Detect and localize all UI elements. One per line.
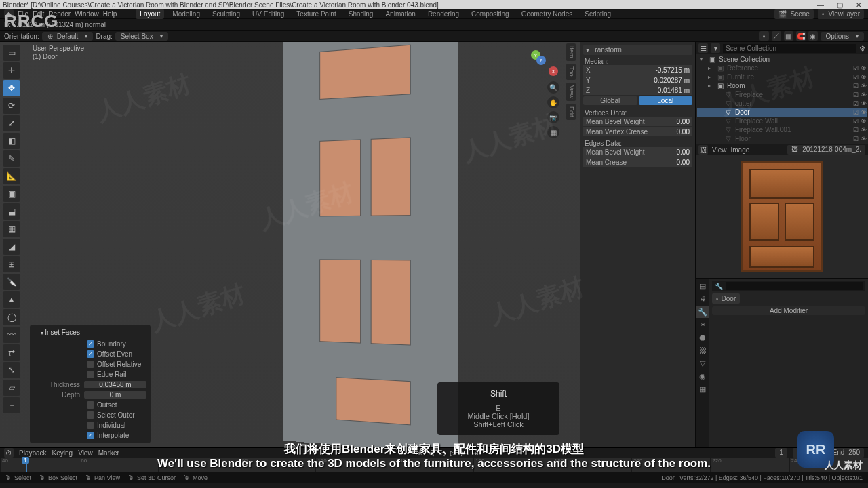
tree-item-furniture[interactable]: ▸▣Furniture☑👁 [697,73,867,81]
tool-extrude[interactable]: ⬓ [3,203,20,220]
timeline-icon[interactable]: ⏱ [4,448,14,458]
minimize-button[interactable]: — [814,1,827,9]
drag-select[interactable]: Select Box [115,32,168,41]
tab-scripting[interactable]: Scripting [580,9,615,19]
tree-item-floor[interactable]: ▽Floor☑👁 [697,134,867,143]
tree-item-reference[interactable]: ▸▣Reference☑👁 [697,64,867,73]
gizmo-x[interactable]: X [549,66,558,76]
image-view[interactable] [696,155,868,278]
ptab-modifier[interactable]: 🔧 [696,306,709,318]
tab-rendering[interactable]: Rendering [424,9,463,19]
tool-spin[interactable]: ◯ [3,309,20,325]
operator-title[interactable]: Inset Faces [34,327,146,339]
ptab-physics[interactable]: ⬣ [696,331,709,344]
op-offset-relative[interactable]: Offset Relative [34,359,146,369]
image-editor-icon[interactable]: 🖼 [698,145,708,155]
tool-select[interactable]: ▭ [3,45,20,61]
img-menu-view[interactable]: View [712,146,727,154]
op-offset-even[interactable]: ✓Offset Even [34,349,146,359]
close-button[interactable]: ✕ [852,1,865,9]
mean-bevel-weight[interactable]: Mean Bevel Weight0.00 [583,117,692,126]
options-menu[interactable]: Options [821,32,864,41]
viewlayer-selector[interactable]: ▫ ViewLayer [818,9,864,19]
tree-item-door[interactable]: ▽Door☑👁 [697,108,867,117]
tool-transform[interactable]: ◧ [3,133,20,149]
playhead[interactable] [26,458,27,472]
add-modifier-button[interactable]: Add Modifier [712,306,865,315]
mean-vertex-crease[interactable]: Mean Vertex Crease0.00 [583,127,692,136]
outliner-mode-icon[interactable]: ☰ [698,43,708,53]
tool-knife[interactable]: 🔪 [3,274,20,290]
tool-scale[interactable]: ⤢ [3,115,20,131]
nav-gizmo[interactable]: X Y Z [531,49,559,77]
operator-panel[interactable]: Inset Faces ✓Boundary ✓Offset Even Offse… [30,325,151,443]
npanel-tab-tool[interactable]: Tool [566,64,576,81]
camera-icon[interactable]: 📷 [547,111,559,123]
tool-add-cube[interactable]: ▣ [3,186,20,202]
tree-item-room[interactable]: ▸▣Room☑👁 [697,81,867,90]
select-mode-vertex[interactable]: ▪ [760,31,769,41]
orientation-select[interactable]: ⊕ Default [42,32,94,41]
tl-playback[interactable]: Playback [19,449,47,457]
op-outset[interactable]: Outset [34,400,146,410]
op-select-outer[interactable]: Select Outer [34,410,146,420]
props-mode-icon[interactable]: 🔧 [715,283,723,290]
play-end[interactable]: ⏭ [472,449,479,457]
tab-geonodes[interactable]: Geometry Nodes [517,9,577,19]
tree-scene-collection[interactable]: ▾▣Scene Collection [697,55,867,64]
ptab-texture[interactable]: ▦ [696,383,709,395]
tool-rotate[interactable]: ⟳ [3,98,20,114]
tool-shear[interactable]: ▱ [3,380,20,396]
ptab-particles[interactable]: ✶ [696,319,709,331]
tool-inset[interactable]: ▦ [3,221,20,237]
tool-shrink[interactable]: ⤡ [3,362,20,378]
menu-render[interactable]: Render [48,10,71,18]
ptab-constraints[interactable]: ⛓ [696,344,709,357]
tl-marker[interactable]: Marker [98,449,119,457]
play-prev[interactable]: ◀ [429,449,434,457]
image-name[interactable]: 🖼 20121218-004m_2. [787,145,865,155]
depth-value[interactable]: 0 m [84,391,146,399]
mean-bevel-weight-edge[interactable]: Mean Bevel Weight0.00 [583,147,692,157]
ptab-data[interactable]: ▽ [696,357,709,369]
play[interactable]: ▷ [450,449,456,457]
tool-smooth[interactable]: 〰 [3,327,20,343]
tl-keying[interactable]: Keying [52,449,73,457]
tool-polybuild[interactable]: ▲ [3,291,20,308]
gizmo-z[interactable]: Z [536,56,546,65]
tab-layout[interactable]: Layout [136,9,164,19]
op-individual[interactable]: Individual [34,420,146,430]
op-boundary[interactable]: ✓Boundary [34,339,146,349]
tool-rip[interactable]: ⟊ [3,397,20,413]
persp-toggle-icon[interactable]: ▦ [547,126,559,138]
ptab-output[interactable]: 🖨 [696,293,709,305]
end-frame[interactable]: End 250 [829,448,864,458]
mean-crease[interactable]: Mean Crease0.00 [583,157,692,167]
space-global[interactable]: Global [583,96,637,105]
start-frame[interactable]: Start 1 [793,448,823,458]
pan-icon[interactable]: ✋ [547,96,559,108]
filter-icon[interactable]: ⚙ [859,45,865,52]
menu-file[interactable]: File [18,10,28,18]
op-edge-rail[interactable]: Edge Rail [34,369,146,380]
select-mode-edge[interactable]: ／ [772,31,781,41]
play-start[interactable]: ⏮ [416,449,423,457]
thickness-value[interactable]: 0.03458 m [84,381,146,388]
npanel-tab-edit[interactable]: Edit [566,104,576,120]
op-interpolate[interactable]: ✓Interpolate [34,430,146,441]
tool-loopcut[interactable]: ⊞ [3,256,20,272]
prop-edit-toggle[interactable]: ◉ [808,31,818,41]
tab-animation[interactable]: Animation [381,9,419,19]
tool-measure[interactable]: 📐 [3,168,20,184]
props-search[interactable] [726,282,863,290]
tab-uv[interactable]: UV Editing [248,9,288,19]
menu-help[interactable]: Help [103,10,117,18]
zoom-icon[interactable]: 🔍 [547,81,559,94]
npanel-tab-item[interactable]: Item [566,43,576,61]
outliner-display-icon[interactable]: ▾ [711,43,720,53]
timeline-track[interactable]: 406080100120140160180200220240 [0,458,868,472]
blender-icon[interactable]: ◆ [4,9,14,19]
play-next[interactable]: ▶ [461,449,467,457]
tl-view[interactable]: View [78,449,93,457]
outliner-search[interactable] [723,44,856,53]
